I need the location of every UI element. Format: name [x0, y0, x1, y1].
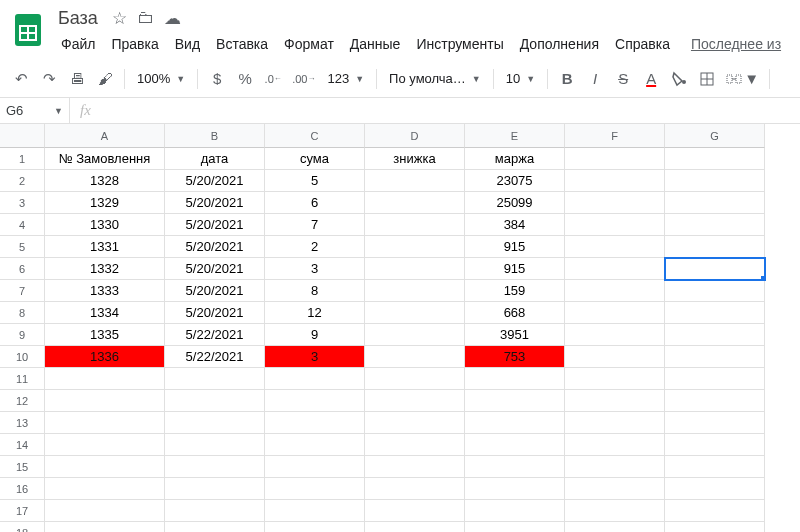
cell[interactable]	[565, 302, 665, 324]
cell[interactable]	[565, 368, 665, 390]
name-box[interactable]: G6 ▼	[0, 98, 70, 123]
star-icon[interactable]: ☆	[112, 8, 127, 29]
cell[interactable]	[45, 522, 165, 532]
cell[interactable]	[665, 192, 765, 214]
row-header[interactable]: 11	[0, 368, 45, 390]
cell[interactable]: 1333	[45, 280, 165, 302]
font-select[interactable]: По умолча…▼	[383, 66, 487, 92]
number-format-select[interactable]: 123▼	[321, 66, 370, 92]
cell[interactable]	[45, 500, 165, 522]
menu-Правка[interactable]: Правка	[104, 32, 165, 56]
cell[interactable]	[465, 412, 565, 434]
cell[interactable]	[365, 522, 465, 532]
cell[interactable]: 6	[265, 192, 365, 214]
cell[interactable]: 1331	[45, 236, 165, 258]
cell[interactable]	[565, 346, 665, 368]
cell[interactable]	[465, 434, 565, 456]
cell[interactable]: маржа	[465, 148, 565, 170]
menu-Вставка[interactable]: Вставка	[209, 32, 275, 56]
cell[interactable]	[665, 346, 765, 368]
cell[interactable]	[465, 500, 565, 522]
menu-Файл[interactable]: Файл	[54, 32, 102, 56]
cell[interactable]	[265, 368, 365, 390]
cell[interactable]	[365, 170, 465, 192]
cell[interactable]	[365, 236, 465, 258]
cell[interactable]	[165, 412, 265, 434]
col-header-F[interactable]: F	[565, 124, 665, 148]
row-header[interactable]: 8	[0, 302, 45, 324]
cloud-icon[interactable]: ☁	[164, 8, 181, 29]
cell[interactable]	[365, 456, 465, 478]
cell[interactable]	[665, 236, 765, 258]
cell[interactable]: 1336	[45, 346, 165, 368]
cell[interactable]	[265, 478, 365, 500]
cell[interactable]	[665, 324, 765, 346]
cell[interactable]	[45, 412, 165, 434]
cell[interactable]: 5	[265, 170, 365, 192]
cell[interactable]	[365, 500, 465, 522]
cell[interactable]	[565, 236, 665, 258]
cell[interactable]: № Замовлення	[45, 148, 165, 170]
menu-Формат[interactable]: Формат	[277, 32, 341, 56]
row-header[interactable]: 13	[0, 412, 45, 434]
cell[interactable]	[565, 390, 665, 412]
formula-input[interactable]	[101, 98, 800, 123]
cell[interactable]: 5/20/2021	[165, 280, 265, 302]
row-header[interactable]: 4	[0, 214, 45, 236]
font-size-select[interactable]: 10▼	[500, 66, 541, 92]
zoom-select[interactable]: 100%▼	[131, 66, 191, 92]
cell[interactable]	[165, 522, 265, 532]
cell[interactable]	[565, 258, 665, 280]
cell[interactable]	[665, 500, 765, 522]
col-header-B[interactable]: B	[165, 124, 265, 148]
redo-button[interactable]: ↷	[36, 66, 62, 92]
cell[interactable]	[365, 412, 465, 434]
col-header-A[interactable]: A	[45, 124, 165, 148]
menu-Данные[interactable]: Данные	[343, 32, 408, 56]
text-color-button[interactable]: A	[638, 66, 664, 92]
increase-decimal-button[interactable]: .00→	[288, 66, 319, 92]
currency-button[interactable]: $	[204, 66, 230, 92]
cell[interactable]: 1335	[45, 324, 165, 346]
cell[interactable]	[165, 478, 265, 500]
row-header[interactable]: 12	[0, 390, 45, 412]
cell[interactable]: 5/20/2021	[165, 214, 265, 236]
undo-button[interactable]: ↶	[8, 66, 34, 92]
cell[interactable]: 3	[265, 346, 365, 368]
row-header[interactable]: 17	[0, 500, 45, 522]
row-header[interactable]: 14	[0, 434, 45, 456]
decrease-decimal-button[interactable]: .0←	[260, 66, 286, 92]
col-header-C[interactable]: C	[265, 124, 365, 148]
menu-Инструменты[interactable]: Инструменты	[409, 32, 510, 56]
cell[interactable]: 5/20/2021	[165, 236, 265, 258]
cell[interactable]: 7	[265, 214, 365, 236]
cell[interactable]	[265, 390, 365, 412]
cell[interactable]	[565, 500, 665, 522]
cell[interactable]	[265, 500, 365, 522]
cell[interactable]	[665, 390, 765, 412]
percent-button[interactable]: %	[232, 66, 258, 92]
cell[interactable]	[665, 280, 765, 302]
row-header[interactable]: 7	[0, 280, 45, 302]
cell[interactable]	[665, 148, 765, 170]
cell[interactable]: 915	[465, 258, 565, 280]
merge-button[interactable]: ▼	[722, 66, 763, 92]
cell[interactable]	[365, 258, 465, 280]
cell[interactable]	[665, 478, 765, 500]
cell[interactable]	[665, 522, 765, 532]
menu-Справка[interactable]: Справка	[608, 32, 677, 56]
cell[interactable]	[465, 390, 565, 412]
cell[interactable]	[665, 302, 765, 324]
cell[interactable]	[665, 258, 765, 280]
cell[interactable]: 668	[465, 302, 565, 324]
col-header-E[interactable]: E	[465, 124, 565, 148]
cell[interactable]: 2	[265, 236, 365, 258]
cell[interactable]	[365, 280, 465, 302]
cell[interactable]: 5/22/2021	[165, 346, 265, 368]
cell[interactable]: 3951	[465, 324, 565, 346]
cell[interactable]	[565, 214, 665, 236]
cell[interactable]: 915	[465, 236, 565, 258]
cell[interactable]	[45, 456, 165, 478]
row-header[interactable]: 2	[0, 170, 45, 192]
col-header-G[interactable]: G	[665, 124, 765, 148]
